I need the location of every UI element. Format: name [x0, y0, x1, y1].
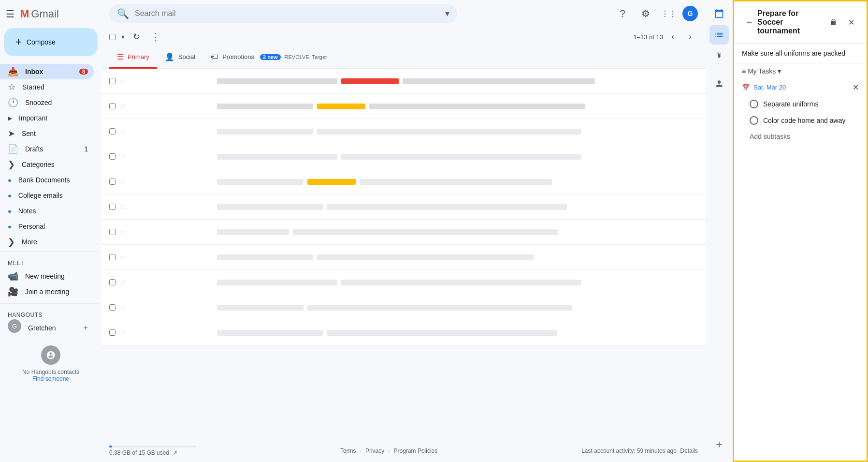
email-snippet: [217, 154, 698, 160]
sidebar-item-bank-documents[interactable]: ● Bank Documents: [0, 172, 94, 188]
star-icon[interactable]: ☆: [119, 102, 126, 111]
table-row[interactable]: ☆: [101, 320, 706, 345]
row-checkbox[interactable]: [109, 279, 116, 285]
subtask-checkbox-2[interactable]: [750, 116, 758, 125]
subtask-label-1: Separate uniforms: [763, 100, 818, 108]
row-checkbox[interactable]: [109, 329, 116, 336]
program-policies-link[interactable]: Program Policies: [394, 447, 438, 454]
sidebar-item-notes[interactable]: ● Notes: [0, 203, 94, 219]
row-content: [132, 254, 698, 260]
refresh-icon[interactable]: ↻: [129, 29, 144, 45]
row-checkbox[interactable]: [109, 254, 116, 260]
side-icon-keep[interactable]: [709, 46, 729, 66]
tasks-list-name[interactable]: ≡ My Tasks ▾: [742, 67, 781, 75]
table-row[interactable]: ☆: [101, 245, 706, 270]
side-icon-contacts[interactable]: [709, 74, 729, 93]
row-checkbox[interactable]: [109, 103, 116, 109]
row-checkbox[interactable]: [109, 128, 116, 134]
side-icon-calendar[interactable]: [709, 4, 729, 23]
settings-icon[interactable]: ⚙: [636, 4, 655, 23]
tasks-list-label: My Tasks: [748, 67, 776, 75]
sidebar-item-more[interactable]: ❯ More: [0, 234, 94, 250]
search-filter-icon[interactable]: ▾: [445, 8, 449, 19]
star-icon[interactable]: ☆: [119, 227, 126, 237]
subtask-checkbox-1[interactable]: [750, 100, 758, 108]
task-date-close-button[interactable]: ✕: [853, 83, 859, 92]
sidebar-item-college-emails[interactable]: ● College emails: [0, 188, 94, 203]
tab-social[interactable]: 👤 Social: [157, 46, 203, 69]
sidebar-item-categories[interactable]: ❯ Categories: [0, 157, 94, 172]
tasks-delete-button[interactable]: 🗑: [826, 15, 841, 30]
table-row[interactable]: ☆: [101, 169, 706, 194]
side-icons: [706, 0, 733, 462]
next-page-icon[interactable]: ›: [682, 29, 698, 45]
task-note: Make sure all uniforms are packed: [734, 44, 867, 63]
star-icon[interactable]: ☆: [119, 202, 126, 211]
star-icon[interactable]: ☆: [119, 278, 126, 287]
help-icon[interactable]: ?: [613, 4, 632, 23]
prev-page-icon[interactable]: ‹: [665, 29, 680, 45]
sidebar-item-inbox[interactable]: 📥 Inbox 8: [0, 64, 94, 79]
find-someone-link[interactable]: Find someone: [32, 375, 69, 382]
table-row[interactable]: ☆: [101, 295, 706, 320]
table-row[interactable]: ☆: [101, 119, 706, 144]
tasks-back-button[interactable]: ←: [742, 15, 757, 30]
email-snippet: [217, 179, 698, 185]
sidebar-item-join-meeting[interactable]: 🎥 Join a meeting: [0, 284, 94, 299]
star-icon[interactable]: ☆: [119, 177, 126, 186]
compose-button[interactable]: + Compose: [4, 28, 98, 56]
notes-label-icon: ●: [8, 208, 12, 215]
table-row[interactable]: ☆: [101, 94, 706, 119]
menu-icon[interactable]: ☰: [6, 8, 14, 20]
table-row[interactable]: ☆: [101, 144, 706, 169]
terms-link[interactable]: Terms: [340, 447, 356, 454]
search-input[interactable]: [135, 9, 439, 18]
tab-promotions[interactable]: 🏷 Promotions 2 new REVOLVE, Target: [203, 46, 334, 69]
avatar[interactable]: G: [682, 6, 698, 21]
side-icon-tasks[interactable]: [709, 25, 729, 45]
subtask-input-2[interactable]: [763, 117, 859, 124]
row-checkbox[interactable]: [109, 204, 116, 210]
side-icon-add[interactable]: [709, 435, 729, 462]
star-icon[interactable]: ☆: [119, 76, 126, 86]
table-row[interactable]: ☆: [101, 270, 706, 295]
pagination-text: 1–13 of 13: [634, 33, 663, 41]
star-icon[interactable]: ☆: [119, 127, 126, 136]
table-row[interactable]: ☆: [101, 220, 706, 245]
storage-manage-icon[interactable]: ↗: [173, 449, 177, 456]
sidebar-item-gretchen[interactable]: G Gretchen +: [0, 320, 94, 336]
search-bar[interactable]: 🔍 ▾: [109, 4, 457, 23]
meet-title: Meet: [0, 258, 101, 268]
tasks-close-button[interactable]: ✕: [843, 15, 859, 30]
more-options-icon[interactable]: ⋮: [148, 29, 163, 45]
sidebar-item-snoozed[interactable]: 🕐 Snoozed: [0, 95, 94, 110]
row-checkbox[interactable]: [109, 304, 116, 311]
sidebar-item-drafts[interactable]: 📄 Drafts 1: [0, 141, 94, 157]
sidebar-item-sent[interactable]: ➤ Sent: [0, 126, 94, 141]
apps-icon[interactable]: ⋮⋮: [659, 4, 679, 23]
row-checkbox[interactable]: [109, 153, 116, 160]
table-row[interactable]: ☆: [101, 194, 706, 220]
hangouts-add-icon[interactable]: +: [84, 324, 88, 332]
sidebar-item-starred[interactable]: ☆ Starred: [0, 79, 94, 95]
tab-primary[interactable]: ☰ Primary: [109, 46, 157, 69]
sidebar-item-important[interactable]: ▸ Important: [0, 110, 94, 126]
hangouts-empty-avatar: [41, 345, 60, 365]
add-subtasks-button[interactable]: Add subtasks: [734, 129, 867, 144]
star-icon[interactable]: ☆: [119, 253, 126, 262]
task-subtask-separate-uniforms: Separate uniforms: [734, 96, 867, 112]
details-link[interactable]: Details: [680, 447, 698, 454]
privacy-link[interactable]: Privacy: [365, 447, 384, 454]
row-checkbox[interactable]: [109, 179, 116, 185]
table-row[interactable]: ☆: [101, 69, 706, 94]
select-dropdown-icon[interactable]: ▾: [121, 33, 125, 41]
star-icon[interactable]: ☆: [119, 328, 126, 337]
sidebar-item-new-meeting[interactable]: 📹 New meeting: [0, 268, 94, 284]
gmail-logo-text: Gmail: [31, 8, 58, 20]
sidebar-item-personal[interactable]: ● Personal: [0, 219, 94, 234]
row-checkbox[interactable]: [109, 229, 116, 235]
select-all-checkbox[interactable]: [109, 34, 116, 40]
star-icon[interactable]: ☆: [119, 152, 126, 161]
row-checkbox[interactable]: [109, 78, 116, 84]
star-icon[interactable]: ☆: [119, 303, 126, 312]
